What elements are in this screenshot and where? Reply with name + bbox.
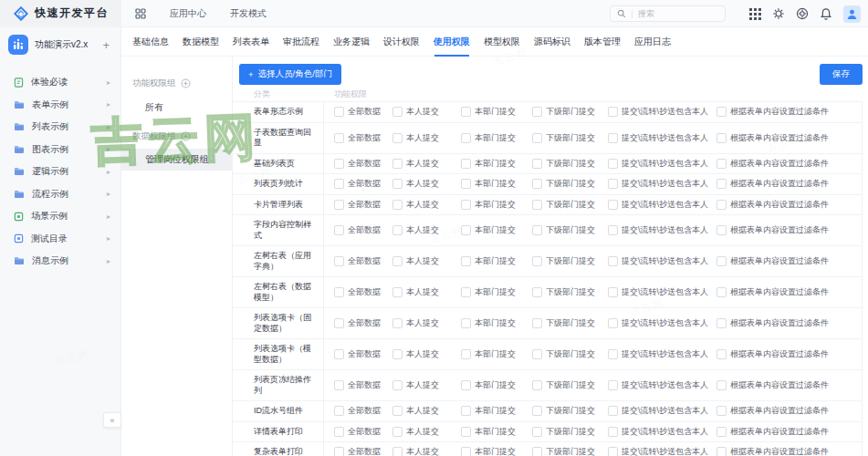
- checkbox[interactable]: [461, 256, 471, 266]
- permission-option-本人提交[interactable]: 本人提交: [392, 224, 461, 236]
- permission-option-下级部门提交[interactable]: 下级部门提交: [532, 405, 608, 417]
- permission-option-本部门提交[interactable]: 本部门提交: [461, 178, 532, 190]
- checkbox[interactable]: [392, 349, 403, 359]
- checkbox[interactable]: [608, 133, 618, 143]
- permission-option-全部数据[interactable]: 全部数据: [334, 405, 392, 417]
- checkbox[interactable]: [532, 380, 542, 390]
- checkbox[interactable]: [461, 287, 471, 297]
- checkbox[interactable]: [461, 380, 471, 390]
- tab-基础信息[interactable]: 基础信息: [132, 27, 169, 57]
- checkbox[interactable]: [532, 447, 542, 456]
- checkbox[interactable]: [716, 225, 727, 235]
- checkbox[interactable]: [334, 179, 344, 189]
- checkbox[interactable]: [608, 447, 618, 456]
- permission-option-根据表单内容设置过滤条件[interactable]: 根据表单内容设置过滤条件: [716, 286, 859, 298]
- checkbox[interactable]: [716, 159, 727, 169]
- checkbox[interactable]: [532, 256, 542, 266]
- tab-应用日志[interactable]: 应用日志: [634, 27, 671, 57]
- checkbox[interactable]: [334, 200, 344, 210]
- permission-option-本人提交[interactable]: 本人提交: [392, 158, 461, 170]
- checkbox[interactable]: [461, 179, 471, 189]
- checkbox[interactable]: [461, 133, 471, 143]
- permission-option-下级部门提交[interactable]: 下级部门提交: [532, 132, 608, 144]
- select-members-button[interactable]: + 选择人员/角色/部门: [239, 64, 341, 85]
- permission-option-全部数据[interactable]: 全部数据: [334, 348, 392, 360]
- permission-option-本人提交[interactable]: 本人提交: [392, 426, 461, 438]
- permission-option-提交\流转\抄送包含本人[interactable]: 提交\流转\抄送包含本人: [608, 132, 716, 144]
- sidebar-item-流程示例[interactable]: 流程示例▸: [0, 183, 120, 206]
- checkbox[interactable]: [334, 349, 344, 359]
- permission-option-提交\流转\抄送包含本人[interactable]: 提交\流转\抄送包含本人: [608, 317, 716, 329]
- permission-option-提交\流转\抄送包含本人[interactable]: 提交\流转\抄送包含本人: [608, 426, 716, 438]
- user-avatar[interactable]: [843, 5, 861, 23]
- checkbox[interactable]: [608, 318, 618, 328]
- permission-option-根据表单内容设置过滤条件[interactable]: 根据表单内容设置过滤条件: [716, 348, 859, 360]
- permission-option-本部门提交[interactable]: 本部门提交: [461, 317, 532, 329]
- permission-option-本人提交[interactable]: 本人提交: [392, 317, 461, 329]
- permission-option-全部数据[interactable]: 全部数据: [334, 178, 392, 190]
- permission-option-根据表单内容设置过滤条件[interactable]: 根据表单内容设置过滤条件: [716, 446, 859, 456]
- permission-option-提交\流转\抄送包含本人[interactable]: 提交\流转\抄送包含本人: [608, 224, 716, 236]
- permission-option-全部数据[interactable]: 全部数据: [334, 317, 392, 329]
- group-item-all[interactable]: 所有: [121, 97, 232, 118]
- permission-option-提交\流转\抄送包含本人[interactable]: 提交\流转\抄送包含本人: [608, 286, 716, 298]
- checkbox[interactable]: [716, 349, 727, 359]
- permission-option-下级部门提交[interactable]: 下级部门提交: [532, 178, 608, 190]
- checkbox[interactable]: [532, 318, 542, 328]
- sidebar-collapse-button[interactable]: «: [103, 412, 121, 428]
- checkbox[interactable]: [461, 200, 471, 210]
- checkbox[interactable]: [392, 318, 403, 328]
- permission-option-本人提交[interactable]: 本人提交: [392, 199, 461, 211]
- checkbox[interactable]: [532, 179, 542, 189]
- checkbox[interactable]: [392, 225, 403, 235]
- permission-option-本部门提交[interactable]: 本部门提交: [461, 426, 532, 438]
- permission-option-根据表单内容设置过滤条件[interactable]: 根据表单内容设置过滤条件: [716, 317, 859, 329]
- checkbox[interactable]: [392, 133, 403, 143]
- sidebar-item-场景示例[interactable]: 场景示例▸: [0, 205, 120, 228]
- checkbox[interactable]: [532, 133, 542, 143]
- checkbox[interactable]: [608, 107, 618, 117]
- permission-option-全部数据[interactable]: 全部数据: [334, 158, 392, 170]
- permission-option-本部门提交[interactable]: 本部门提交: [461, 286, 532, 298]
- permission-option-本人提交[interactable]: 本人提交: [392, 255, 461, 267]
- nav-app-center[interactable]: 应用中心: [170, 7, 206, 20]
- permission-option-全部数据[interactable]: 全部数据: [334, 426, 392, 438]
- sidebar-item-表单示例[interactable]: 表单示例▸: [0, 94, 120, 117]
- permission-option-本人提交[interactable]: 本人提交: [392, 132, 461, 144]
- checkbox[interactable]: [461, 427, 471, 437]
- checkbox[interactable]: [716, 380, 727, 390]
- checkbox[interactable]: [392, 179, 403, 189]
- checkbox[interactable]: [392, 287, 403, 297]
- checkbox[interactable]: [716, 200, 727, 210]
- permission-option-下级部门提交[interactable]: 下级部门提交: [532, 286, 608, 298]
- checkbox[interactable]: [461, 318, 471, 328]
- permission-option-提交\流转\抄送包含本人[interactable]: 提交\流转\抄送包含本人: [608, 158, 716, 170]
- checkbox[interactable]: [532, 287, 542, 297]
- checkbox[interactable]: [392, 200, 403, 210]
- permission-option-本部门提交[interactable]: 本部门提交: [461, 132, 532, 144]
- permission-option-提交\流转\抄送包含本人[interactable]: 提交\流转\抄送包含本人: [608, 379, 716, 391]
- checkbox[interactable]: [334, 380, 344, 390]
- checkbox[interactable]: [532, 225, 542, 235]
- tab-设计权限[interactable]: 设计权限: [383, 27, 420, 57]
- permission-option-本人提交[interactable]: 本人提交: [392, 405, 461, 417]
- permission-option-下级部门提交[interactable]: 下级部门提交: [532, 224, 608, 236]
- permission-option-根据表单内容设置过滤条件[interactable]: 根据表单内容设置过滤条件: [716, 178, 859, 190]
- sidebar-item-图表示例[interactable]: 图表示例▸: [0, 139, 120, 161]
- help-gear-icon[interactable]: [796, 7, 809, 20]
- permission-option-根据表单内容设置过滤条件[interactable]: 根据表单内容设置过滤条件: [716, 132, 859, 144]
- checkbox[interactable]: [392, 380, 403, 390]
- checkbox[interactable]: [716, 406, 727, 416]
- workbench-grid-icon[interactable]: [135, 8, 146, 19]
- tab-业务逻辑[interactable]: 业务逻辑: [333, 27, 370, 57]
- sidebar-item-测试目录[interactable]: 测试目录▸: [0, 228, 120, 251]
- checkbox[interactable]: [334, 133, 344, 143]
- permission-option-下级部门提交[interactable]: 下级部门提交: [532, 426, 608, 438]
- permission-option-提交\流转\抄送包含本人[interactable]: 提交\流转\抄送包含本人: [608, 255, 716, 267]
- checkbox[interactable]: [608, 406, 618, 416]
- tab-版本管理[interactable]: 版本管理: [584, 27, 621, 57]
- add-data-group-icon[interactable]: [181, 131, 191, 141]
- checkbox[interactable]: [392, 256, 403, 266]
- permission-option-本部门提交[interactable]: 本部门提交: [461, 199, 532, 211]
- permission-option-根据表单内容设置过滤条件[interactable]: 根据表单内容设置过滤条件: [716, 158, 859, 170]
